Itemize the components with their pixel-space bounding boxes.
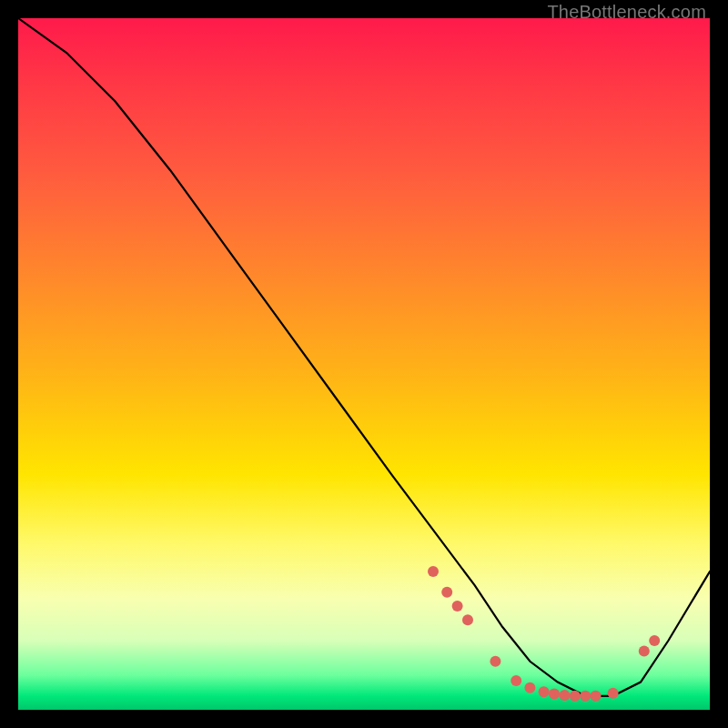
chart-marker xyxy=(524,682,535,693)
chart-frame xyxy=(18,18,710,710)
chart-marker xyxy=(539,686,550,697)
chart-marker xyxy=(580,691,591,702)
watermark-text: TheBottleneck.com xyxy=(547,2,706,23)
chart-marker xyxy=(441,587,452,598)
chart-marker xyxy=(428,566,439,577)
chart-marker xyxy=(549,689,560,700)
chart-marker xyxy=(490,656,500,667)
chart-marker xyxy=(559,690,570,701)
chart-curve xyxy=(18,18,710,696)
chart-marker xyxy=(608,688,619,699)
chart-marker xyxy=(462,614,473,625)
chart-marker xyxy=(639,645,650,656)
chart-overlay xyxy=(18,18,710,710)
chart-markers xyxy=(428,566,660,702)
chart-marker xyxy=(570,691,581,702)
chart-marker xyxy=(452,601,463,612)
chart-marker xyxy=(591,691,602,702)
chart-marker xyxy=(511,675,521,686)
chart-marker xyxy=(649,635,660,646)
